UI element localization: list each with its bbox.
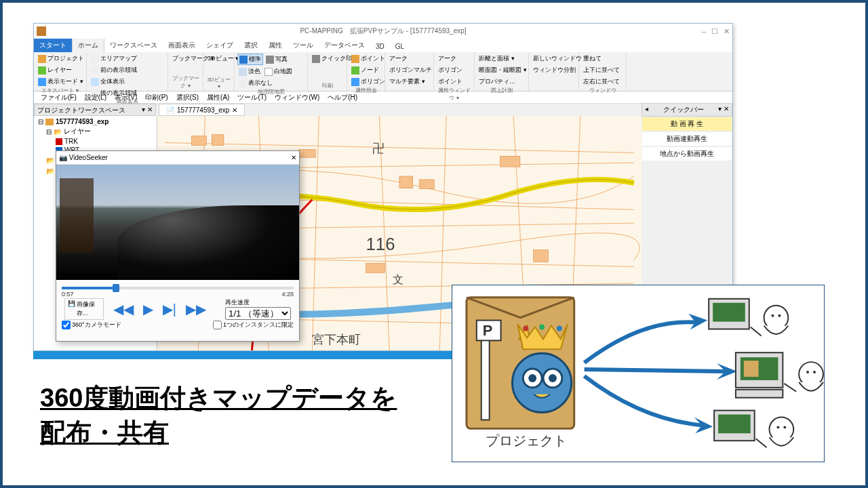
btn-areamap[interactable]: エリアマップ xyxy=(90,54,138,64)
btn-dispmode[interactable]: 表示モード ▾ xyxy=(37,77,85,87)
btn-newwin[interactable]: 新しいウィンドウ xyxy=(532,54,583,64)
btn-tilev[interactable]: 左右に並べて xyxy=(582,77,623,87)
svg-point-34 xyxy=(806,371,809,373)
svg-point-27 xyxy=(771,314,774,317)
svg-text:卍: 卍 xyxy=(372,142,384,155)
svg-point-16 xyxy=(512,353,571,412)
tab-view[interactable]: 画面表示 xyxy=(163,39,201,52)
tab-tool[interactable]: ツール xyxy=(288,39,319,52)
maximize-button[interactable]: ☐ xyxy=(711,27,718,36)
camera-icon: 📷 xyxy=(59,154,67,161)
speed-select[interactable]: 1/1 （等速） xyxy=(225,307,291,320)
btn-project[interactable]: プロジェクト xyxy=(37,54,85,64)
svg-point-28 xyxy=(778,314,781,317)
menu-view[interactable]: 表示(V) xyxy=(111,92,141,103)
minimize-button[interactable]: – xyxy=(702,27,706,36)
tree-layer[interactable]: ⊟ 📂 レイヤー xyxy=(35,126,155,137)
svg-point-40 xyxy=(783,426,786,428)
save-image-button[interactable]: 💾画像保存... xyxy=(64,298,104,320)
svg-text:P: P xyxy=(483,322,493,339)
btn-win-point[interactable]: ポイント xyxy=(437,77,471,87)
btn-attr-poly[interactable]: ポリゴン xyxy=(350,77,387,87)
svg-rect-32 xyxy=(736,390,783,398)
btn-gsi-photo[interactable]: 写真 xyxy=(264,54,289,65)
btn-layer[interactable]: レイヤー xyxy=(37,65,85,75)
time-total: 4:28 xyxy=(281,291,294,298)
menu-select[interactable]: 選択(S) xyxy=(172,92,203,103)
svg-point-39 xyxy=(776,426,779,428)
menu-file[interactable]: ファイル(F) xyxy=(37,92,81,103)
tab-start[interactable]: スタート xyxy=(34,39,72,52)
tab-workspace[interactable]: ワークスペース xyxy=(104,39,163,52)
videoseeker-close[interactable]: ✕ xyxy=(291,154,296,161)
map-town: 宮下本町 xyxy=(312,333,361,346)
svg-text:文: 文 xyxy=(393,274,403,285)
svg-point-19 xyxy=(528,374,536,382)
svg-rect-1 xyxy=(192,136,207,146)
quickbar-pointplay[interactable]: 地点から動画再生 xyxy=(642,146,732,161)
document-tab[interactable]: 📄1577774593_exp✕ xyxy=(159,104,245,116)
title-bar: PC-MAPPING 拡張PVPサンプル - [1577774593_exp] … xyxy=(34,24,732,39)
tab-3d[interactable]: 3D xyxy=(370,41,390,52)
btn-distance[interactable]: 距離と面積 ▾ xyxy=(477,54,528,64)
svg-rect-31 xyxy=(744,361,759,377)
btn-multi[interactable]: マルチ要素 ▾ xyxy=(388,77,433,87)
btn-gsi-none[interactable]: 表示なし xyxy=(237,78,274,88)
btn-cascade[interactable]: 重ねて xyxy=(582,54,623,64)
menu-attr[interactable]: 属性(A) xyxy=(203,92,233,103)
btn-polymulti[interactable]: ポリゴンマルチ xyxy=(388,65,433,75)
btn-arc[interactable]: アーク xyxy=(388,54,433,64)
quickbar-linkplay[interactable]: 動画連動再生 xyxy=(642,131,732,146)
menu-print[interactable]: 印刷(P) xyxy=(141,92,172,103)
btn-gsi-blank[interactable]: 白地図 xyxy=(263,66,294,77)
menu-settings[interactable]: 設定(L) xyxy=(81,92,111,103)
svg-rect-37 xyxy=(718,415,751,434)
btn-section[interactable]: 断面図・縦断図 ▾ xyxy=(477,65,528,75)
map-label-116: 116 xyxy=(366,235,395,253)
btn-gsi-std[interactable]: 標準 xyxy=(237,54,263,65)
quickbar-play[interactable]: 動 画 再 生 xyxy=(642,117,732,131)
tab-shape[interactable]: シェイプ xyxy=(201,39,239,52)
videoseeker-window: 📷 VideoSeeker ✕ 0:574:28 💾画像保存... ◀◀ ▶ ▶… xyxy=(56,150,300,342)
btn-gsi-pale[interactable]: 淡色 xyxy=(237,66,262,77)
svg-rect-3 xyxy=(299,149,316,157)
chk-360[interactable]: 360°カメラモード xyxy=(62,321,121,329)
svg-rect-9 xyxy=(534,250,549,262)
menu-window[interactable]: ウィンドウ(W) xyxy=(271,92,323,103)
menu-help[interactable]: ヘルプ(H) xyxy=(323,92,361,103)
quickbar-header[interactable]: ◂クイックバー▾ ✕ xyxy=(642,103,732,117)
btn-win-poly[interactable]: ポリゴン xyxy=(437,65,471,75)
btn-attr-point[interactable]: ポイント xyxy=(350,54,387,64)
btn-property[interactable]: プロパティ… xyxy=(477,77,528,87)
tab-home[interactable]: ホーム xyxy=(72,38,104,52)
btn-split[interactable]: ウィンドウ分割 xyxy=(532,65,583,75)
step-button[interactable]: ▶| xyxy=(163,301,176,317)
tab-gl[interactable]: GL xyxy=(390,41,410,52)
workspace-panel-header[interactable]: プロジェクトワークスペース▾ ✕ xyxy=(34,104,156,116)
svg-rect-6 xyxy=(500,156,520,167)
video-slider[interactable] xyxy=(62,287,294,289)
btn-fullview[interactable]: 全体表示 xyxy=(90,77,126,87)
time-current: 0:57 xyxy=(62,291,74,298)
btn-attr-node[interactable]: ノード xyxy=(350,65,387,75)
tree-trk[interactable]: TRK xyxy=(35,137,155,146)
distribution-diagram: P プロジェクト xyxy=(452,285,825,462)
tree-root[interactable]: ⊟ 1577774593_exp xyxy=(35,117,155,126)
window-title: PC-MAPPING 拡張PVPサンプル - [1577774593_exp] xyxy=(34,26,732,36)
btn-win-arc[interactable]: アーク xyxy=(437,54,471,64)
rewind-button[interactable]: ◀◀ xyxy=(113,301,134,317)
svg-rect-25 xyxy=(713,303,745,322)
tab-attr[interactable]: 属性 xyxy=(263,39,288,52)
btn-tileh[interactable]: 上下に並べて xyxy=(582,65,623,75)
video-viewport[interactable] xyxy=(56,165,299,280)
play-button[interactable]: ▶ xyxy=(143,301,153,317)
btn-prevview[interactable]: 前の表示領域 xyxy=(90,65,138,75)
close-button[interactable]: ✕ xyxy=(724,27,730,36)
svg-rect-5 xyxy=(420,180,435,189)
tab-select[interactable]: 選択 xyxy=(239,39,263,52)
tab-db[interactable]: データベース xyxy=(319,39,370,52)
menu-bar: ファイル(F) 設定(L) 表示(V) 印刷(P) 選択(S) 属性(A) ツー… xyxy=(34,92,732,104)
fastfwd-button[interactable]: ▶▶ xyxy=(186,301,206,317)
menu-tool[interactable]: ツール(T) xyxy=(233,92,271,103)
chk-single-instance[interactable]: 1つのインスタンスに限定 xyxy=(213,321,294,329)
